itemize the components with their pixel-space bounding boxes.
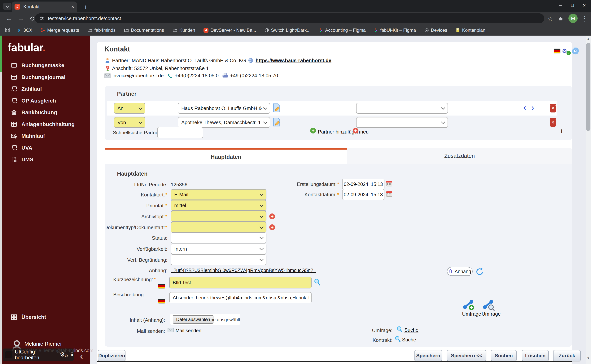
prioritaet-select[interactable]: mittel — [171, 200, 266, 211]
tab-zusatzdaten[interactable]: Zusatzdaten — [347, 148, 572, 164]
bookmark-folder-documentations[interactable]: Documentations — [124, 27, 164, 33]
window-maximize-button[interactable]: □ — [566, 0, 578, 11]
drag-grid-icon[interactable]: ⠿ — [70, 352, 74, 358]
settings-gears-icon[interactable]: ⚙ ⚙ — [60, 351, 69, 359]
umfrage-add-icon[interactable] — [462, 299, 476, 311]
partner-contact-select[interactable] — [356, 103, 448, 114]
sidebar-item-uva[interactable]: UVA — [2, 143, 90, 153]
mail-senden-link[interactable]: Mail senden — [175, 328, 201, 333]
umfrage-suche-link[interactable]: Suche — [404, 327, 418, 333]
dokumenttyp-add-icon[interactable]: + — [269, 224, 275, 230]
bookmark-devserver[interactable]: 4 DevServer - New Ba... — [203, 27, 256, 33]
site-info-icon[interactable] — [39, 16, 44, 21]
umfrage-add-link[interactable]: Umfrage — [462, 311, 481, 317]
umfrage-search-link[interactable]: Umfrage — [482, 311, 501, 317]
partner-select[interactable]: Haus Rabenhorst O. Lauffs GmbH & Co. KG,… — [178, 103, 270, 114]
edit-partner-icon[interactable] — [273, 103, 280, 112]
sidebar-item-buchungsjournal[interactable]: Buchungsjournal — [2, 72, 90, 82]
partner-prev-icon[interactable]: ‹ — [523, 104, 526, 111]
editor-menu-einfuegen[interactable]: Einfügen — [179, 363, 197, 364]
profile-avatar[interactable]: M — [568, 14, 578, 23]
suchen-button[interactable]: Suchen — [491, 350, 517, 361]
tab-search-button[interactable] — [3, 3, 12, 10]
editor-menu-ansicht[interactable]: Ansicht — [156, 363, 172, 364]
bookmark-devices[interactable]: Devices — [424, 27, 447, 33]
bookmark-kontenplan[interactable]: Kontenplan — [455, 27, 485, 33]
kontaktdatum-input[interactable]: 02-09-2024 15:13 — [342, 189, 384, 200]
back-button[interactable]: ← — [5, 14, 13, 23]
tab-close-icon[interactable]: × — [71, 4, 74, 10]
window-close-button[interactable]: × — [578, 0, 590, 11]
extensions-icon[interactable] — [557, 14, 565, 23]
beschreibung-input[interactable]: Absender: henrik.thewes@fab4minds.com&nb… — [169, 292, 312, 303]
new-partner-plus-icon[interactable]: + — [353, 128, 358, 134]
anhang-button[interactable]: Anhang — [447, 267, 473, 276]
bookmark-star-icon[interactable]: ☆ — [546, 14, 554, 23]
sidebar-item-op-ausgleich[interactable]: OP Ausgleich — [2, 96, 90, 106]
email-link[interactable]: invoice@rabenhorst.de — [112, 73, 164, 79]
sidebar-collapse-icon[interactable]: ‹ — [80, 352, 83, 360]
browser-menu-icon[interactable]: ⋮ — [581, 14, 589, 23]
dokumenttyp-select[interactable] — [171, 222, 266, 233]
tab-hauptdaten[interactable]: Hauptdaten — [105, 148, 347, 164]
bookmark-3cx[interactable]: 3CX — [17, 27, 32, 33]
editor-menu-tabelle[interactable]: Tabelle — [256, 363, 271, 364]
sidebar-item-dms[interactable]: DMS — [2, 155, 90, 164]
kurzbezeichnung-input[interactable]: BIld Test — [169, 277, 312, 288]
duplizieren-button[interactable]: Duplizieren — [98, 350, 125, 361]
editor-menu-format[interactable]: Format — [204, 363, 219, 364]
verf-begruendung-select[interactable] — [171, 254, 266, 265]
search-icon[interactable] — [394, 336, 401, 343]
sidebar-item-uebersicht[interactable]: Übersicht — [2, 312, 90, 322]
refresh-icon[interactable] — [475, 267, 483, 275]
umfrage-search-icon[interactable] — [482, 299, 496, 311]
speichern-zurueck-button[interactable]: Speichern << — [447, 350, 486, 361]
new-tab-button[interactable]: + — [82, 3, 90, 11]
sidebar-item-anlagenbuchhaltung[interactable]: Anlagenbuchhaltung — [2, 119, 90, 129]
window-minimize-button[interactable]: ─ — [555, 0, 566, 11]
bookmark-folder-kunden[interactable]: Kunden — [173, 27, 195, 33]
archivtopf-add-icon[interactable]: + — [269, 214, 275, 219]
quick-search-input[interactable] — [157, 127, 203, 138]
website-link[interactable]: https://www.haus-rabenhorst.de — [255, 58, 331, 64]
edit-partner-icon[interactable] — [273, 117, 280, 127]
editor-menu-werkzeuge[interactable]: Werkzeuge — [226, 363, 249, 364]
bookmark-merge-requests[interactable]: Merge requests — [41, 27, 79, 33]
language-flag-icon[interactable] — [554, 49, 560, 53]
partner-next-icon[interactable]: › — [531, 104, 534, 111]
speichern-button[interactable]: Speichern — [415, 350, 442, 361]
sidebar-item-zahllauf[interactable]: Zahllauf — [2, 84, 90, 94]
partner-select[interactable]: Apotheke Thewes, Damaschkestr. 17, 53129… — [178, 117, 270, 128]
search-icon[interactable] — [314, 278, 321, 286]
search-icon[interactable] — [396, 326, 403, 333]
browser-tab[interactable]: 4 Kontakt × — [12, 1, 77, 12]
sidebar-item-bankbuchung[interactable]: Bankbuchung — [2, 108, 90, 117]
calendar-icon[interactable] — [386, 190, 393, 197]
verfuegbarkeit-select[interactable]: Intern — [171, 243, 266, 254]
anhang-file-link[interactable]: =?utf-8?B?U3BlemlhbGl0w6R0ZW4gRmVpbnBsYW… — [171, 268, 316, 273]
scroll-down-icon[interactable]: ▼ — [586, 355, 591, 361]
calendar-icon[interactable] — [386, 180, 393, 187]
kontrakt-suche-link[interactable]: Suche — [402, 337, 416, 343]
new-partner-link[interactable]: neu — [360, 129, 369, 135]
sidebar-item-mahnlauf[interactable]: Mahnlauf — [2, 131, 90, 141]
apps-grid-icon[interactable] — [5, 27, 10, 33]
delete-partner-icon[interactable]: × — [550, 118, 556, 127]
address-bar[interactable]: testservice.rabenhorst.de/contact — [35, 13, 544, 23]
erstellungsdatum-input[interactable]: 02-09-2024 15:13 — [342, 179, 384, 190]
sidebar-item-buchungsmaske[interactable]: Buchungsmaske — [2, 60, 90, 70]
disc-icon[interactable] — [572, 47, 579, 55]
delete-partner-icon[interactable]: × — [550, 104, 556, 112]
bookmark-accounting-figma[interactable]: Accounting – Figma — [319, 27, 366, 33]
bookmark-switch-theme[interactable]: Switch Light/Dark... — [265, 27, 311, 33]
status-select[interactable] — [171, 232, 266, 243]
zurueck-button[interactable]: Zurück — [553, 350, 581, 361]
editor-menu-bearbeiten[interactable]: Bearbeiten — [127, 363, 149, 364]
scrollbar-thumb[interactable] — [586, 43, 591, 131]
kontaktart-select[interactable]: E-Mail — [171, 189, 266, 200]
config-gears-icon[interactable]: ⚙ — [562, 47, 567, 54]
editor-menu-datei[interactable]: Datei — [109, 363, 120, 364]
partner-contact-select[interactable] — [356, 117, 448, 128]
partner-direction-select[interactable]: An — [114, 103, 145, 114]
bookmark-fabui-figma[interactable]: fabUI-Kit – Figma — [374, 27, 416, 33]
